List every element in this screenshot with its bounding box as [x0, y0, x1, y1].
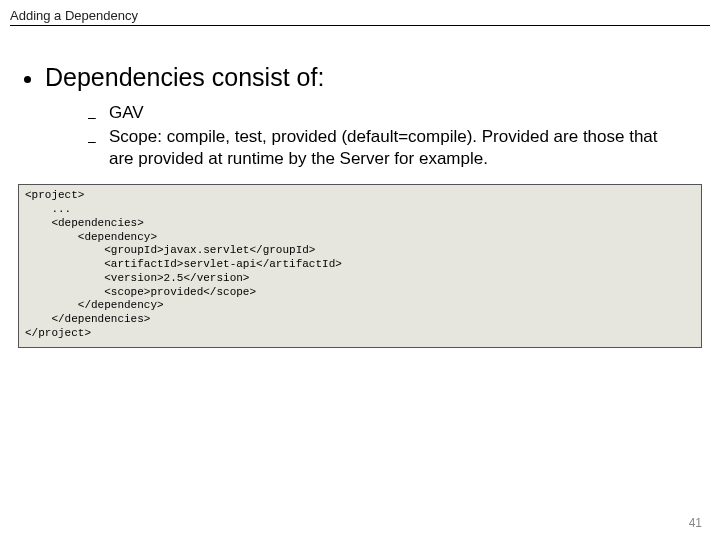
bullet-level1-text: Dependencies consist of: — [45, 62, 324, 92]
slide: Adding a Dependency Dependencies consist… — [0, 0, 720, 540]
bullet-dot-icon — [24, 76, 31, 83]
page-number: 41 — [689, 516, 702, 530]
bullet-level2: – GAV — [88, 102, 710, 124]
bullet-dash-icon: – — [88, 110, 97, 124]
bullet-level2-text: Scope: compile, test, provided (default=… — [109, 126, 669, 170]
code-block: <project> ... <dependencies> <dependency… — [18, 184, 702, 347]
bullet-dash-icon: – — [88, 134, 97, 148]
bullet-level2: – Scope: compile, test, provided (defaul… — [88, 126, 710, 170]
sub-bullet-list: – GAV – Scope: compile, test, provided (… — [88, 102, 710, 170]
title-rule — [10, 25, 710, 26]
bullet-level1: Dependencies consist of: — [24, 62, 710, 92]
slide-title: Adding a Dependency — [10, 8, 710, 23]
bullet-level2-text: GAV — [109, 102, 144, 124]
